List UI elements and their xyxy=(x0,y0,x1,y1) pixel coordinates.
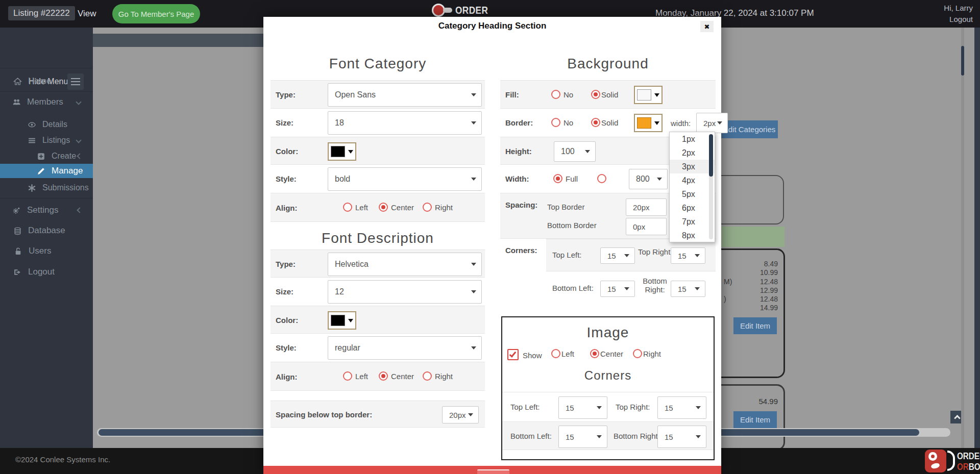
dropdown-option-highlighted[interactable]: 3px xyxy=(670,160,715,173)
font-description-size-row: Size: 12 xyxy=(271,278,485,306)
image-corner-bottom-right-select[interactable]: 15 xyxy=(657,426,706,448)
modal-footer-button[interactable] xyxy=(477,469,509,474)
border-solid-radio[interactable]: Solid xyxy=(591,118,618,127)
sidebar-item-create[interactable]: Create xyxy=(0,148,93,164)
font-description-size-select[interactable]: 12 xyxy=(328,280,482,304)
footer-brand-book: BOOK xyxy=(969,461,980,472)
dropdown-option[interactable]: 1px xyxy=(670,132,715,146)
dropdown-option[interactable]: 2px xyxy=(670,146,715,160)
footer-brand-or: OR xyxy=(957,461,969,472)
edit-pencil-icon xyxy=(37,167,45,176)
vertical-scrollbar-thumb[interactable] xyxy=(961,46,964,76)
dropdown-option[interactable]: 8px xyxy=(670,229,715,242)
top-right-label: Top Right: xyxy=(616,403,650,411)
gear-icon xyxy=(12,206,21,215)
sidebar-item-logout[interactable]: Logout xyxy=(0,264,93,280)
font-description-color-row: Color: xyxy=(271,306,485,334)
color-chip xyxy=(331,315,345,326)
align-left-radio[interactable]: Left xyxy=(343,371,368,381)
font-category-size-row: Size: 18 xyxy=(271,109,485,137)
dropdown-scrollbar-thumb[interactable] xyxy=(709,134,713,177)
dropdown-option[interactable]: 5px xyxy=(670,187,715,201)
width-value-select[interactable]: 800 xyxy=(629,169,668,189)
sidebar-item-label: Logout xyxy=(28,267,55,277)
image-align-center-radio[interactable]: Center xyxy=(590,349,623,358)
width-custom-radio[interactable] xyxy=(597,174,606,183)
chevron-down-icon xyxy=(76,99,81,105)
fill-color-picker[interactable] xyxy=(634,86,663,104)
image-corner-top-right-select[interactable]: 15 xyxy=(657,396,706,419)
font-description-style-select[interactable]: regular xyxy=(328,336,482,360)
sidebar-item-home[interactable]: Home xyxy=(0,73,93,89)
top-right-label: Top Right: xyxy=(638,247,673,256)
dropdown-option[interactable]: 4px xyxy=(670,173,715,187)
color-label: Color: xyxy=(276,147,298,156)
header-logout-link[interactable]: Logout xyxy=(949,15,973,23)
bottom-border-select[interactable]: 0px xyxy=(626,218,667,235)
corner-bottom-right-select[interactable]: 15 xyxy=(671,281,705,297)
edit-item-button[interactable]: Edit Item xyxy=(733,317,777,334)
height-select[interactable]: 100 xyxy=(554,141,596,162)
font-category-style-select[interactable]: bold xyxy=(328,167,482,191)
sidebar-item-listings[interactable]: Listings xyxy=(0,132,93,148)
view-link[interactable]: View xyxy=(78,9,96,19)
dropdown-scrollbar[interactable] xyxy=(709,134,713,239)
bottom-right-label: Bottom Right: xyxy=(614,432,660,440)
border-width-select[interactable]: 2px xyxy=(696,113,728,133)
corner-bottom-left-select[interactable]: 15 xyxy=(600,281,635,297)
corner-top-right-select[interactable]: 15 xyxy=(671,247,705,264)
sidebar-item-users[interactable]: Users xyxy=(0,243,93,259)
align-right-radio[interactable]: Right xyxy=(423,371,453,381)
list-icon xyxy=(28,136,36,145)
image-corner-bottom-left-select[interactable]: 15 xyxy=(558,426,607,448)
font-description-type-row: Type: Helvetica xyxy=(271,250,485,278)
fill-solid-radio[interactable]: Solid xyxy=(591,90,618,99)
sidebar-item-submissions[interactable]: Submissions xyxy=(0,180,93,196)
go-to-members-page-button[interactable]: Go To Member's Page xyxy=(112,4,200,23)
home-icon xyxy=(13,77,22,86)
align-right-radio[interactable]: Right xyxy=(423,203,453,212)
font-category-type-select[interactable]: Open Sans xyxy=(328,83,482,107)
border-color-picker[interactable] xyxy=(634,114,663,132)
vertical-scrollbar[interactable] xyxy=(961,28,964,448)
border-no-radio[interactable]: No xyxy=(551,118,573,127)
font-description-color-picker[interactable] xyxy=(328,311,356,330)
image-align-right-radio[interactable]: Right xyxy=(633,349,661,358)
sidebar-item-label: Settings xyxy=(27,205,58,215)
image-align-left-radio[interactable]: Left xyxy=(551,349,574,358)
price-row: 8.49 xyxy=(724,260,778,268)
font-category-color-picker[interactable] xyxy=(328,142,356,161)
logout-icon xyxy=(13,268,22,277)
width-full-radio[interactable]: Full xyxy=(553,174,578,183)
user-greeting: Hi, Larry xyxy=(944,4,973,12)
caret-down-icon xyxy=(468,413,473,416)
dropdown-option[interactable]: 6px xyxy=(670,201,715,215)
align-center-radio[interactable]: Center xyxy=(379,203,414,212)
sidebar-item-settings[interactable]: Settings xyxy=(0,202,93,218)
corners-bottom-subrow: Bottom Left: 15 Bottom Right: 15 xyxy=(546,271,716,304)
show-image-checkbox[interactable] xyxy=(507,349,519,360)
sidebar-item-members[interactable]: Members xyxy=(0,94,93,110)
sidebar-item-details[interactable]: Details xyxy=(0,116,93,133)
edit-item-button-2[interactable]: Edit Item xyxy=(733,411,777,428)
font-description-type-select[interactable]: Helvetica xyxy=(328,253,482,276)
fill-no-radio[interactable]: No xyxy=(551,90,573,99)
corner-top-left-select[interactable]: 15 xyxy=(600,247,635,264)
align-label: Align: xyxy=(276,372,298,381)
top-border-select[interactable]: 20px xyxy=(626,198,667,216)
close-icon[interactable]: ✖ xyxy=(700,21,714,32)
caret-down-icon xyxy=(471,263,476,266)
listing-number-field[interactable]: Listing #22222 xyxy=(8,6,75,20)
dropdown-option[interactable]: 7px xyxy=(670,215,715,229)
sidebar-item-manage[interactable]: Manage xyxy=(0,164,93,178)
image-corner-top-left-select[interactable]: 15 xyxy=(558,396,607,419)
sidebar-item-label: Members xyxy=(27,97,63,107)
sidebar-item-label: Submissions xyxy=(42,183,89,192)
align-left-radio[interactable]: Left xyxy=(343,203,368,212)
edit-categories-button[interactable]: Edit Categories xyxy=(721,120,778,138)
chevron-down-icon xyxy=(76,137,81,143)
align-center-radio[interactable]: Center xyxy=(379,371,414,381)
sidebar-item-database[interactable]: Database xyxy=(0,222,93,239)
font-category-size-select[interactable]: 18 xyxy=(328,111,482,135)
spacing-below-select[interactable]: 20px xyxy=(442,406,479,423)
